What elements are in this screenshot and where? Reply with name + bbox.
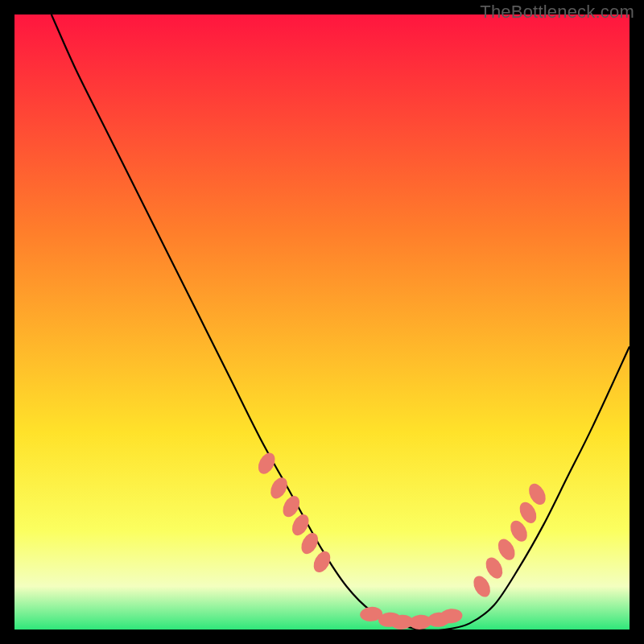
watermark-text: TheBottleneck.com bbox=[480, 2, 634, 23]
bottleneck-chart bbox=[14, 14, 630, 630]
